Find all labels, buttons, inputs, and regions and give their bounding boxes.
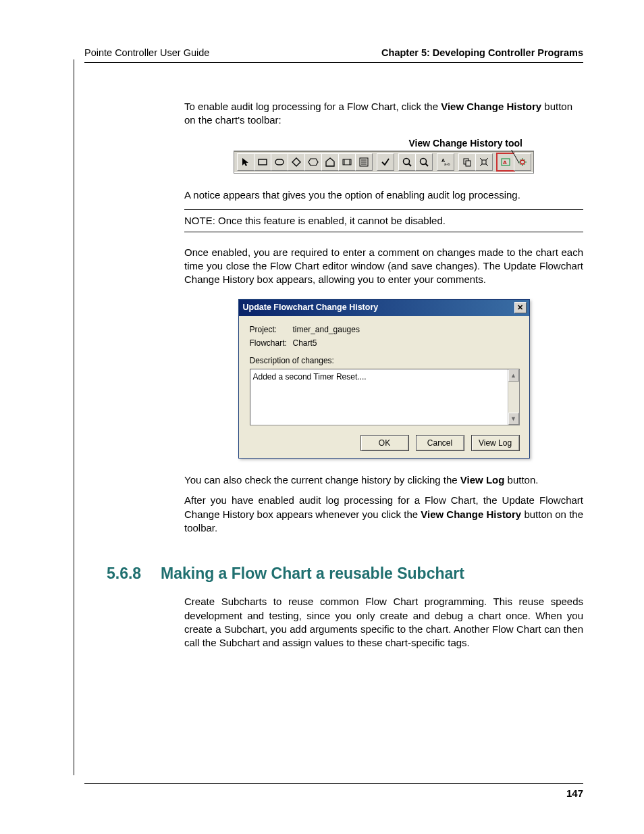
pointer-tool-icon[interactable] [237, 153, 254, 171]
section-heading: 5.6.8 Making a Flow Chart a reusable Sub… [107, 563, 583, 584]
description-textarea[interactable]: Added a second Timer Reset.... ▲ ▼ [250, 369, 520, 425]
zoom-in-icon[interactable] [398, 153, 416, 171]
view-log-button[interactable]: View Log [471, 435, 520, 451]
svg-point-9 [404, 159, 410, 165]
dialog-project-row: Project: timer_and_gauges [250, 324, 520, 335]
svg-text:a-b: a-b [444, 162, 450, 166]
svg-rect-1 [275, 159, 284, 165]
toolbar-figure: View Change History tool [184, 137, 583, 174]
dialog-title-text: Update Flowchart Change History [243, 302, 379, 313]
page-number: 147 [566, 787, 583, 799]
update-flowchart-dialog: Update Flowchart Change History ✕ Projec… [238, 299, 530, 459]
paragraph-once-enabled: Once enabled, you are required to enter … [184, 246, 583, 287]
textarea-scrollbar[interactable]: ▲ ▼ [508, 369, 519, 425]
paragraph-notice: A notice appears that gives you the opti… [184, 188, 583, 202]
section-body: Create Subcharts to reuse common Flow Ch… [184, 595, 583, 650]
dialog-flowchart-row: Flowchart: Chart5 [250, 338, 520, 348]
textarea-content: Added a second Timer Reset.... [253, 372, 367, 382]
dialog-titlebar: Update Flowchart Change History ✕ [239, 300, 529, 316]
svg-rect-16 [466, 161, 471, 166]
scroll-down-icon[interactable]: ▼ [508, 413, 519, 425]
hexagon-tool-icon[interactable] [304, 153, 322, 171]
figure-caption: View Change History tool [184, 137, 583, 150]
flowchart-value: Chart5 [293, 338, 317, 348]
note-block: NOTE: Once this feature is enabled, it c… [184, 209, 583, 232]
dialog-close-button[interactable]: ✕ [514, 302, 527, 313]
ok-button[interactable]: OK [360, 435, 409, 451]
svg-line-12 [426, 164, 429, 167]
section-number: 5.6.8 [107, 563, 161, 584]
svg-rect-0 [259, 159, 267, 165]
subchart-tool-icon[interactable] [338, 153, 356, 171]
paragraph-after-enabled: After you have enabled audit log process… [184, 494, 583, 535]
callout-arrow [471, 150, 520, 163]
paragraph-viewlog: You can also check the current change hi… [184, 473, 583, 487]
rounded-rect-tool-icon[interactable] [271, 153, 288, 171]
svg-point-11 [421, 159, 427, 165]
project-label: Project: [250, 324, 293, 335]
footer-rule [84, 783, 583, 784]
paragraph-enable-audit: To enable audit log processing for a Flo… [184, 100, 583, 128]
diamond-tool-icon[interactable] [288, 153, 305, 171]
scroll-up-icon[interactable]: ▲ [508, 369, 519, 382]
header-left: Pointe Controller User Guide [84, 47, 209, 58]
description-label: Description of changes: [250, 355, 520, 366]
check-tool-icon[interactable] [377, 153, 394, 171]
running-header: Pointe Controller User Guide Chapter 5: … [84, 47, 583, 63]
section-title: Making a Flow Chart a reusable Subchart [161, 563, 464, 584]
house-tool-icon[interactable] [321, 153, 339, 171]
flowchart-label: Flowchart: [250, 338, 293, 348]
left-margin-rule [74, 59, 74, 775]
cancel-button[interactable]: Cancel [416, 435, 464, 451]
svg-line-10 [409, 164, 412, 167]
header-right: Chapter 5: Developing Controller Program… [381, 47, 583, 58]
rect-tool-icon[interactable] [254, 153, 271, 171]
variables-icon[interactable]: Aa-b [437, 153, 454, 171]
svg-point-20 [520, 160, 525, 164]
zoom-out-icon[interactable] [415, 153, 433, 171]
copy-icon[interactable] [458, 153, 476, 171]
list-tool-icon[interactable] [355, 153, 373, 171]
project-value: timer_and_gauges [293, 324, 360, 335]
